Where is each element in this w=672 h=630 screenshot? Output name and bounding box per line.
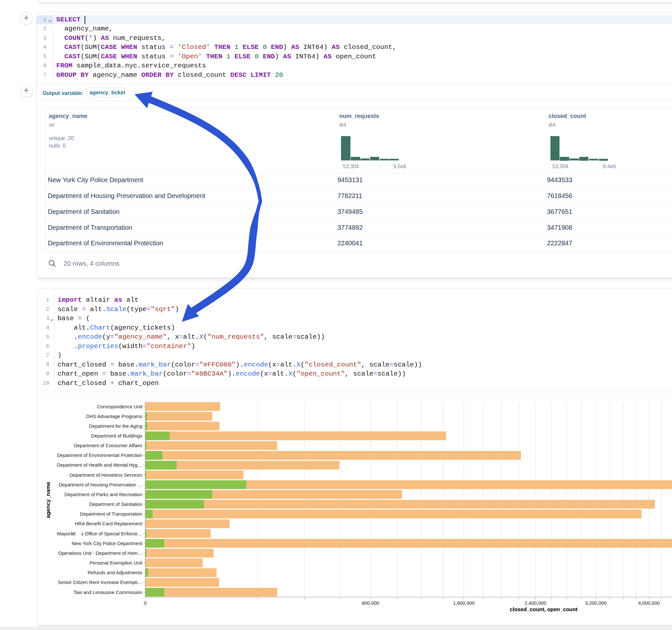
svg-text:Department of Environmental Pr: Department of Environmental Protection	[57, 453, 142, 458]
svg-text:Department of Homeless Service: Department of Homeless Services	[69, 472, 142, 478]
svg-text:DHS Advantage Programs: DHS Advantage Programs	[86, 414, 142, 419]
svg-text:Mayorâ€ s Office of Special E: Mayorâ€ s Office of Special Enforce…	[57, 531, 142, 536]
svg-text:1,600,000: 1,600,000	[453, 600, 475, 606]
svg-text:Department for the Aging: Department for the Aging	[89, 423, 142, 429]
svg-text:Refunds and Adjustments: Refunds and Adjustments	[88, 570, 142, 575]
svg-text:2,400,000: 2,400,000	[525, 600, 546, 606]
svg-text:Department of Health and Menta: Department of Health and Mental Hyg…	[57, 462, 142, 468]
svg-text:Department of Buildings: Department of Buildings	[91, 433, 142, 438]
svg-text:closed_count, open_count: closed_count, open_count	[510, 606, 578, 612]
svg-text:Department of Transportation: Department of Transportation	[80, 511, 142, 516]
svg-text:New York City Police Departmen: New York City Police Department	[72, 541, 142, 546]
svg-text:Senior Citizen Rent Increase E: Senior Citizen Rent Increase Exempti…	[58, 580, 142, 585]
svg-text:Operations Unit - Department o: Operations Unit - Department of Hom…	[58, 551, 142, 556]
svg-text:Taxi and Limousine Commission: Taxi and Limousine Commission	[74, 590, 142, 595]
svg-text:4,000,000: 4,000,000	[638, 600, 660, 606]
svg-text:3,200,000: 3,200,000	[585, 600, 607, 606]
svg-text:Department of Consumer Affairs: Department of Consumer Affairs	[74, 443, 142, 448]
svg-text:Correspondence Unit: Correspondence Unit	[97, 404, 142, 409]
svg-text:HRA Benefit Card Replacement: HRA Benefit Card Replacement	[75, 521, 142, 526]
svg-text:Department of Sanitation: Department of Sanitation	[89, 502, 142, 507]
svg-text:Personal Exemption Unit: Personal Exemption Unit	[90, 560, 142, 565]
svg-text:Department of Parks and Recrea: Department of Parks and Recreation	[65, 492, 142, 497]
svg-text:800,000: 800,000	[362, 600, 379, 606]
svg-text:agency_name: agency_name	[45, 482, 51, 518]
svg-text:Department of Housing Preserva: Department of Housing Preservation …	[59, 482, 142, 487]
svg-text:0: 0	[144, 600, 146, 606]
